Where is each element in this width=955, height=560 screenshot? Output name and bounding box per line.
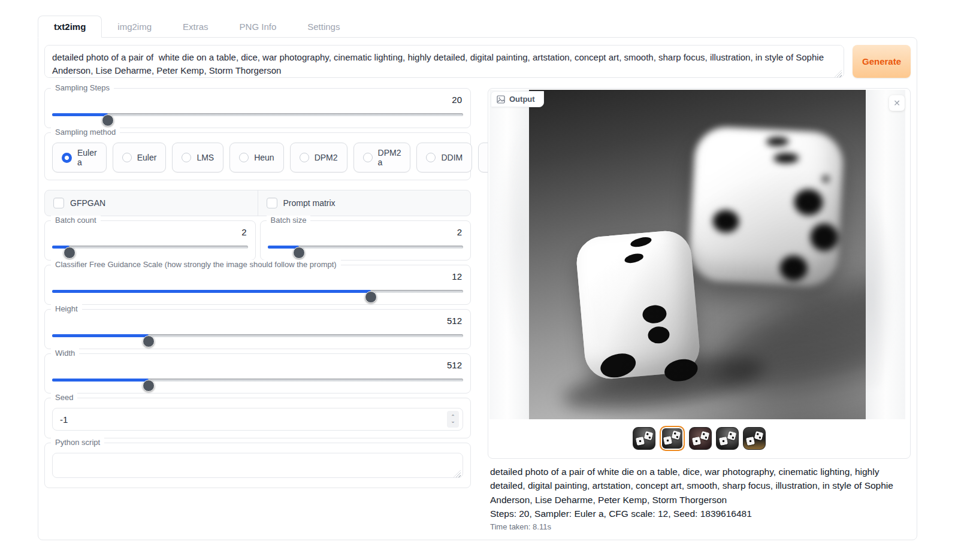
caption-params: Steps: 20, Sampler: Euler a, CFG scale: … <box>490 507 908 520</box>
gfpgan-checkbox[interactable]: GFPGAN <box>45 190 258 216</box>
close-icon[interactable]: ✕ <box>889 95 905 111</box>
output-panel-label: Output <box>509 95 535 104</box>
batch-count-group: Batch count 2 <box>44 220 256 261</box>
output-panel-tab: Output <box>491 91 544 107</box>
gallery-thumbnail-5[interactable] <box>743 427 766 450</box>
gallery-stage <box>489 90 909 419</box>
prompt-row: detailed photo of a pair of white die on… <box>44 45 911 80</box>
image-icon <box>497 95 505 104</box>
die-shadow <box>702 249 866 417</box>
height-value: 512 <box>52 316 462 326</box>
txt2img-panel: detailed photo of a pair of white die on… <box>38 37 917 540</box>
tab-txt2img[interactable]: txt2img <box>38 16 102 38</box>
output-gallery: Output ✕ <box>488 88 911 459</box>
sampler-option-euler-a[interactable]: Euler a <box>52 143 107 172</box>
postprocess-options: GFPGAN Prompt matrix <box>44 190 471 216</box>
sampling-steps-value: 20 <box>52 95 462 105</box>
radio-icon <box>363 153 373 162</box>
prompt-matrix-label: Prompt matrix <box>283 198 336 208</box>
gallery-thumbnail-2[interactable] <box>660 426 685 451</box>
cfg-scale-label: Classifier Free Guidance Scale (how stro… <box>51 260 341 269</box>
generation-info: detailed photo of a pair of white die on… <box>490 465 908 531</box>
sampling-method-options: Euler aEulerLMSHeunDPM2DPM2 aDDIMPLMS <box>52 143 463 172</box>
radio-icon <box>62 153 72 163</box>
tab-Settings[interactable]: Settings <box>292 16 355 37</box>
prompt-matrix-checkbox[interactable]: Prompt matrix <box>258 190 471 216</box>
sampler-option-heun[interactable]: Heun <box>229 143 283 172</box>
checkbox-icon <box>53 198 64 208</box>
python-script-input[interactable] <box>52 453 463 478</box>
settings-column: Sampling Steps 20 Sampling method Euler … <box>44 88 471 531</box>
gallery-thumbnail-3[interactable] <box>689 427 712 450</box>
tab-img2img[interactable]: img2img <box>102 16 167 37</box>
slider-knob[interactable] <box>365 291 377 303</box>
width-value: 512 <box>52 360 462 370</box>
python-script-group: Python script <box>44 443 471 488</box>
sampler-option-label: DPM2 <box>315 153 338 162</box>
thumbnail-row <box>489 426 909 451</box>
python-script-label: Python script <box>51 438 104 447</box>
sampler-option-euler[interactable]: Euler <box>113 143 167 172</box>
caption-prompt: detailed photo of a pair of white die on… <box>490 465 908 507</box>
sampler-option-label: Euler a <box>77 148 97 167</box>
die-shadow <box>560 347 768 419</box>
prompt-input[interactable]: detailed photo of a pair of white die on… <box>44 45 844 78</box>
sampling-method-group: Sampling method Euler aEulerLMSHeunDPM2D… <box>44 132 471 180</box>
slider-knob[interactable] <box>143 380 155 392</box>
die-left <box>575 229 702 381</box>
sampler-option-label: DPM2 a <box>378 148 401 167</box>
seed-label: Seed <box>51 393 77 402</box>
gallery-thumbnail-1[interactable] <box>633 427 655 450</box>
sampler-option-label: Euler <box>137 153 157 162</box>
die-right <box>688 126 844 288</box>
sampler-option-dpm2[interactable]: DPM2 <box>290 143 347 172</box>
output-column: Output ✕ <box>488 88 911 531</box>
cfg-scale-group: Classifier Free Guidance Scale (how stro… <box>44 265 471 305</box>
checkbox-icon <box>267 198 277 208</box>
radio-icon <box>300 153 309 162</box>
width-label: Width <box>51 349 79 358</box>
radio-icon <box>122 153 132 162</box>
batch-count-value: 2 <box>52 227 247 237</box>
batch-size-value: 2 <box>268 227 463 237</box>
slider-knob[interactable] <box>64 247 75 259</box>
app: txt2imgimg2imgExtrasPNG InfoSettings det… <box>38 15 917 540</box>
caption-time: Time taken: 8.11s <box>490 522 908 531</box>
sampler-option-label: Heun <box>254 153 274 162</box>
gallery-next-peek[interactable] <box>866 90 905 419</box>
generate-button[interactable]: Generate <box>853 45 911 78</box>
batch-size-slider[interactable] <box>268 241 464 253</box>
width-slider[interactable] <box>52 374 463 386</box>
tab-PNG Info[interactable]: PNG Info <box>224 16 292 37</box>
cfg-scale-slider[interactable] <box>52 285 463 297</box>
sampling-steps-slider[interactable] <box>52 108 463 120</box>
slider-knob[interactable] <box>143 335 155 347</box>
sampler-option-label: DDIM <box>441 153 463 162</box>
batch-size-label: Batch size <box>267 216 311 225</box>
slider-knob[interactable] <box>102 114 114 126</box>
sampler-option-label: LMS <box>197 153 214 162</box>
radio-icon <box>239 153 249 162</box>
radio-icon <box>426 153 436 162</box>
seed-stepper[interactable]: ⌃ ⌄ <box>447 411 459 428</box>
gallery-thumbnail-4[interactable] <box>716 427 739 450</box>
height-group: Height 512 <box>44 309 471 349</box>
height-label: Height <box>51 304 82 313</box>
slider-knob[interactable] <box>293 247 305 259</box>
batch-count-label: Batch count <box>51 216 101 225</box>
height-slider[interactable] <box>52 329 463 341</box>
tab-Extras[interactable]: Extras <box>167 16 224 37</box>
sampler-option-dpm2-a[interactable]: DPM2 a <box>353 143 411 172</box>
seed-group: Seed ⌃ ⌄ <box>44 398 471 438</box>
gallery-prev-peek[interactable] <box>489 90 529 419</box>
output-image[interactable] <box>529 90 866 419</box>
tab-bar: txt2imgimg2imgExtrasPNG InfoSettings <box>38 15 917 37</box>
seed-input[interactable] <box>53 414 447 425</box>
batch-size-group: Batch size 2 <box>260 220 472 261</box>
sampler-option-lms[interactable]: LMS <box>172 143 223 172</box>
sampler-option-ddim[interactable]: DDIM <box>416 143 472 172</box>
radio-icon <box>182 153 191 162</box>
cfg-scale-value: 12 <box>52 271 462 281</box>
batch-count-slider[interactable] <box>52 241 248 253</box>
spinner-down-icon[interactable]: ⌄ <box>447 419 459 423</box>
